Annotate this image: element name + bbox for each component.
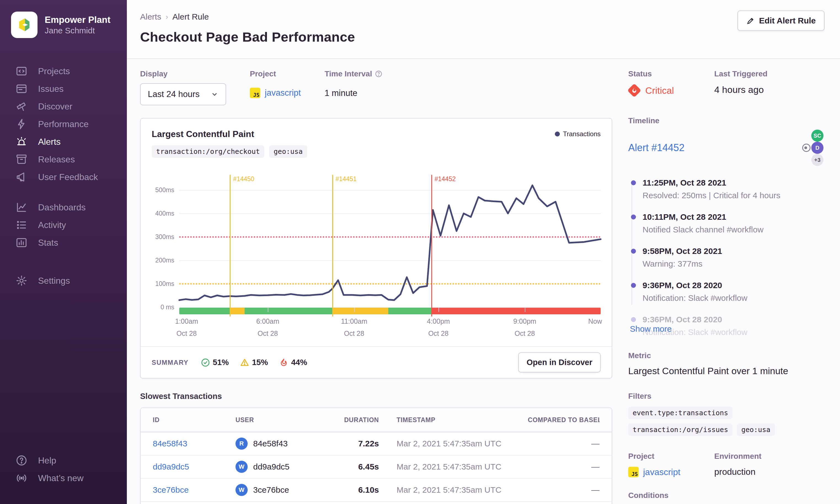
sidebar-item-label: Dashboards xyxy=(38,202,86,213)
x-axis-tick xyxy=(525,308,525,312)
transaction-id-link[interactable]: 84e58f43 xyxy=(153,439,187,448)
sidebar-item-projects[interactable]: Projects xyxy=(0,62,127,80)
sidebar-item-whats-new[interactable]: What’s new xyxy=(0,469,127,487)
timeline-entry-text: Resolved: 250ms | Critical for 4 hours xyxy=(643,191,823,200)
timestamp-cell: Mar 2, 2021 5:47:35am UTC xyxy=(379,439,528,448)
detail-project-label: Project xyxy=(628,452,714,461)
sidebar-item-settings[interactable]: Settings xyxy=(0,272,127,289)
transaction-id-cell: 3ce76bce xyxy=(153,485,235,494)
time-interval-label: Time Interval xyxy=(325,70,372,78)
timeline-dot-icon xyxy=(631,283,636,288)
open-in-discover-button[interactable]: Open in Discover xyxy=(518,353,601,373)
timeline-dot-icon xyxy=(631,180,636,185)
org-switcher[interactable]: Empower Plant Jane Schmidt xyxy=(0,0,127,38)
filter-tag-chip: event.type:transactions xyxy=(628,407,732,419)
legend-label: Transactions xyxy=(563,130,601,138)
column-header-id: ID xyxy=(153,416,235,424)
fire-icon xyxy=(279,358,288,367)
baseline-cell: — xyxy=(528,462,600,471)
incident-marker-14451[interactable] xyxy=(332,175,333,317)
sidebar-item-releases[interactable]: Releases xyxy=(0,150,127,168)
sidebar-item-user-feedback[interactable]: User Feedback xyxy=(0,168,127,186)
display-select[interactable]: Last 24 hours xyxy=(140,83,226,105)
alert-incident-link[interactable]: Alert #14452 xyxy=(628,142,684,154)
sidebar-item-alerts[interactable]: Alerts xyxy=(0,133,127,150)
x-axis-tick xyxy=(439,308,439,312)
summary-critical: 44% xyxy=(279,358,307,367)
summary-label: SUMMARY xyxy=(152,359,189,366)
avatar: W xyxy=(235,461,248,473)
alert-sidebar-panel: Status Critical Last Triggered 4 hours a… xyxy=(628,70,823,504)
releases-icon xyxy=(15,153,28,165)
sidebar-item-stats[interactable]: Stats xyxy=(0,234,127,251)
edit-alert-rule-button[interactable]: Edit Alert Rule xyxy=(737,11,825,31)
environment-value: production xyxy=(714,467,823,477)
summary-ok: 51% xyxy=(201,358,229,367)
transaction-id-cell: dd9a9dc5 xyxy=(153,462,235,471)
x-axis-label: 4:00pmOct 28 xyxy=(427,316,450,340)
filter-tag-chip: transaction:/org/checkout xyxy=(152,145,264,158)
timeline-entry-time: 9:36PM, Oct 28 2020 xyxy=(643,281,823,290)
status-segment-critical xyxy=(431,308,601,314)
transaction-id-link[interactable]: dd9a9dc5 xyxy=(153,462,189,471)
y-axis-tick-label: 100ms xyxy=(152,280,174,288)
incident-marker-label[interactable]: #14450 xyxy=(233,175,254,183)
timeline-entry-time: 9:36PM, Oct 28 2020 xyxy=(643,315,823,324)
main-content: Alerts › Alert Rule Checkout Page Bad Pe… xyxy=(127,0,840,504)
table-row: dd9a9dc5Wdd9a9dc56.45sMar 2, 2021 5:47:3… xyxy=(141,455,612,479)
transaction-id-link[interactable]: 3ce76bce xyxy=(153,485,189,494)
help-circle-icon[interactable] xyxy=(375,70,382,78)
breadcrumb: Alerts › Alert Rule xyxy=(140,12,825,21)
legend-dot-icon xyxy=(555,131,560,137)
column-header-compared-to-baseline: COMPARED TO BASELINE xyxy=(528,416,600,424)
sidebar-item-label: Issues xyxy=(38,84,64,94)
sidebar-item-label: User Feedback xyxy=(38,172,98,182)
sidebar-item-performance[interactable]: Performance xyxy=(0,115,127,133)
chart-x-axis: 1:00amOct 286:00amOct 2811:00amOct 284:0… xyxy=(179,316,601,344)
alerts-icon xyxy=(15,136,28,148)
detail-project-link[interactable]: javascript xyxy=(643,467,680,477)
user-name: dd9a9dc5 xyxy=(253,462,289,471)
timeline-entry-text: Notified Slack channel #workflow xyxy=(643,225,823,234)
chart-legend: Transactions xyxy=(555,130,601,138)
breadcrumb-alerts[interactable]: Alerts xyxy=(140,12,161,21)
sidebar-item-discover[interactable]: Discover xyxy=(0,97,127,115)
y-axis-tick-label: 200ms xyxy=(152,257,174,264)
duration-cell: 7.22s xyxy=(340,439,379,448)
sidebar-item-dashboards[interactable]: Dashboards xyxy=(0,199,127,216)
timeline-entry-text: Warning: 377ms xyxy=(643,259,823,269)
transactions-table: IDUSERDURATIONTIMESTAMPCOMPARED TO BASEL… xyxy=(140,408,612,504)
sidebar-item-issues[interactable]: Issues xyxy=(0,80,127,97)
chevron-down-icon xyxy=(211,90,218,98)
chart-summary-footer: SUMMARY 51% 15% xyxy=(141,346,612,378)
status-segment-ok xyxy=(388,308,431,314)
alert-detail-column: Display Last 24 hours Project JS javascr… xyxy=(140,70,612,504)
timeline-dot-icon xyxy=(631,215,636,219)
user-feedback-icon xyxy=(15,171,28,183)
sidebar-nav: ProjectsIssuesDiscoverPerformanceAlertsR… xyxy=(0,62,127,289)
performance-icon xyxy=(15,118,28,130)
summary-warning: 15% xyxy=(240,358,268,367)
chart-plot: #14450#14451#14452 xyxy=(179,175,601,307)
timeline-dot-icon xyxy=(631,249,636,254)
sidebar-item-label: Projects xyxy=(38,66,70,76)
show-more-link[interactable]: Show more xyxy=(630,324,823,334)
slowest-transactions-heading: Slowest Transactions xyxy=(140,392,612,401)
y-axis-tick-label: 0 ms xyxy=(152,304,174,311)
issues-icon xyxy=(15,83,28,95)
status-segment-warning xyxy=(332,308,388,314)
filter-tag-chip: geo:usa xyxy=(269,145,307,158)
sidebar-item-activity[interactable]: Activity xyxy=(0,216,127,234)
transaction-id-cell: 84e58f43 xyxy=(153,439,235,448)
activity-icon xyxy=(15,219,28,231)
sidebar-item-help[interactable]: Help xyxy=(0,452,127,469)
timeline-entry: 9:36PM, Oct 28 2020Notification: Slack #… xyxy=(630,281,823,303)
org-logo xyxy=(11,12,37,38)
incident-marker-label[interactable]: #14451 xyxy=(336,175,357,183)
incident-marker-label[interactable]: #14452 xyxy=(435,175,456,183)
x-axis-tick xyxy=(354,308,355,312)
incident-marker-14452[interactable] xyxy=(431,175,432,317)
incident-marker-14450[interactable] xyxy=(230,175,231,317)
project-link[interactable]: javascript xyxy=(265,88,301,98)
column-header-timestamp: TIMESTAMP xyxy=(379,416,528,424)
